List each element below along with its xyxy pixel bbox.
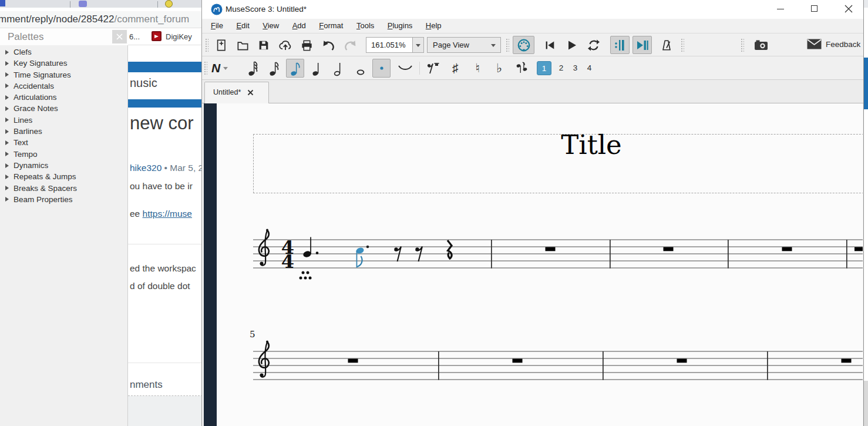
- duration-whole-button[interactable]: [352, 59, 369, 77]
- toolbar-drag-handle[interactable]: [506, 38, 509, 52]
- toolbar-drag-handle[interactable]: [681, 38, 684, 52]
- metronome-button[interactable]: [658, 37, 675, 53]
- play-button[interactable]: [563, 37, 581, 53]
- sharp-button[interactable]: ♯: [448, 60, 463, 76]
- pan-score-toggle[interactable]: [633, 36, 652, 54]
- palette-item-beam-properties[interactable]: Beam Properties: [0, 194, 128, 205]
- menu-help[interactable]: Help: [420, 19, 447, 33]
- score-title-text[interactable]: Title: [550, 129, 633, 160]
- folder-icon: [236, 39, 250, 52]
- palettes-list: Clefs Key Signatures Time Signatures Acc…: [0, 46, 128, 205]
- undo-button[interactable]: [319, 37, 338, 53]
- username-link[interactable]: hike320: [130, 163, 162, 173]
- bookmark-digikey[interactable]: DigiKey: [166, 32, 192, 41]
- tab-close-icon[interactable]: [247, 89, 254, 96]
- menu-tools[interactable]: Tools: [351, 19, 379, 33]
- score-tab[interactable]: Untitled*: [204, 82, 269, 103]
- staff-line-2[interactable]: [253, 334, 863, 398]
- menu-plugins[interactable]: Plugins: [382, 19, 418, 33]
- open-file-button[interactable]: [234, 37, 251, 53]
- comment-box[interactable]: [128, 396, 203, 426]
- flip-direction-button[interactable]: [513, 59, 531, 77]
- menu-edit[interactable]: Edit: [231, 19, 254, 33]
- browser-tab-favicon[interactable]: [0, 0, 5, 6]
- midi-input-toggle[interactable]: [513, 36, 534, 54]
- voice-3-button[interactable]: 3: [568, 61, 583, 75]
- palette-item-repeats-jumps[interactable]: Repeats & Jumps: [0, 171, 128, 182]
- palette-item-key-signatures[interactable]: Key Signatures: [0, 58, 128, 69]
- zoom-dropdown-button[interactable]: [413, 37, 424, 53]
- url-text[interactable]: mment/reply/node/285422/comment_forum: [0, 14, 189, 25]
- score-view[interactable]: Title 5 4 4: [204, 103, 863, 426]
- note-input-mode-button[interactable]: N: [207, 59, 233, 78]
- palette-item-text[interactable]: Text: [0, 137, 128, 148]
- redo-button[interactable]: [341, 37, 360, 53]
- new-score-button[interactable]: [213, 37, 230, 53]
- palette-item-dynamics[interactable]: Dynamics: [0, 160, 128, 171]
- forum-text-link-line: ee https://muse: [130, 209, 192, 219]
- palette-item-tempo[interactable]: Tempo: [0, 149, 128, 160]
- menu-file[interactable]: File: [206, 19, 228, 33]
- palette-item-clefs[interactable]: Clefs: [0, 46, 128, 58]
- image-capture-button[interactable]: [752, 37, 771, 53]
- duration-8th-button[interactable]: [286, 59, 304, 78]
- toolbar-drag-handle[interactable]: [741, 38, 744, 52]
- tie-button[interactable]: [396, 59, 414, 77]
- forum-text-line: ou have to be ir: [130, 181, 193, 192]
- palette-item-time-signatures[interactable]: Time Signatures: [0, 69, 128, 80]
- natural-button[interactable]: ♮: [470, 60, 485, 76]
- feedback-button[interactable]: Feedback: [807, 39, 860, 49]
- rest-button[interactable]: [424, 59, 442, 77]
- background-window-sliver: [864, 0, 868, 426]
- rewind-button[interactable]: [541, 37, 559, 53]
- duration-half-button[interactable]: [331, 59, 347, 77]
- menu-add[interactable]: Add: [287, 19, 311, 33]
- digikey-favicon[interactable]: [152, 31, 162, 41]
- flip-direction-icon: [515, 61, 529, 76]
- musescore-link[interactable]: https://muse: [143, 209, 192, 219]
- palette-item-barlines[interactable]: Barlines: [0, 126, 128, 137]
- palette-item-lines[interactable]: Lines: [0, 115, 128, 126]
- view-mode-select[interactable]: Page View: [427, 37, 501, 53]
- duration-16th-button[interactable]: [266, 59, 282, 77]
- staff-line-1[interactable]: 4 4: [253, 222, 863, 287]
- palettes-close-icon[interactable]: [112, 30, 127, 43]
- browser-tab-favicon[interactable]: [165, 0, 173, 8]
- quarter-rest[interactable]: [448, 240, 452, 259]
- augmentation-dot-button[interactable]: [372, 59, 391, 78]
- title-bar[interactable]: MuseScore 3: Untitled*: [202, 0, 863, 19]
- camera-icon: [753, 39, 769, 52]
- loop-playback-button[interactable]: [584, 37, 603, 53]
- print-button[interactable]: [298, 37, 315, 53]
- flat-button[interactable]: ♭: [492, 60, 507, 76]
- dotted-quarter-note[interactable]: [302, 237, 318, 259]
- close-button[interactable]: [836, 0, 862, 18]
- minimize-button[interactable]: [768, 0, 793, 18]
- whole-rests[interactable]: [546, 247, 863, 251]
- voice-1-button[interactable]: 1: [537, 61, 551, 75]
- palette-item-articulations[interactable]: Articulations: [0, 92, 128, 103]
- selected-eighth-note[interactable]: [355, 246, 369, 268]
- tab-separator: [70, 1, 70, 8]
- toolbar-drag-handle[interactable]: [205, 38, 208, 52]
- bookmark-item[interactable]: 6...: [129, 32, 140, 41]
- whole-rests[interactable]: [348, 359, 852, 363]
- save-online-button[interactable]: [276, 37, 295, 53]
- expand-arrow-icon: [5, 152, 9, 156]
- browser-tab-favicon[interactable]: [79, 1, 87, 7]
- menu-format[interactable]: Format: [314, 19, 348, 33]
- save-button[interactable]: [255, 37, 272, 53]
- palette-item-breaks-spacers[interactable]: Breaks & Spacers: [0, 183, 128, 194]
- zoom-input[interactable]: 161.051%: [366, 37, 413, 53]
- palette-item-grace-notes[interactable]: Grace Notes: [0, 103, 128, 114]
- voice-2-button[interactable]: 2: [554, 61, 568, 75]
- duration-32nd-button[interactable]: [245, 59, 261, 77]
- voice-4-button[interactable]: 4: [582, 61, 597, 75]
- play-repeats-toggle[interactable]: [610, 36, 630, 54]
- maximize-button[interactable]: [802, 0, 827, 18]
- menu-view[interactable]: View: [257, 19, 284, 33]
- rewind-icon: [543, 39, 556, 51]
- palette-item-accidentals[interactable]: Accidentals: [0, 80, 128, 92]
- time-signature[interactable]: 4 4: [281, 236, 294, 273]
- duration-quarter-button[interactable]: [309, 59, 325, 77]
